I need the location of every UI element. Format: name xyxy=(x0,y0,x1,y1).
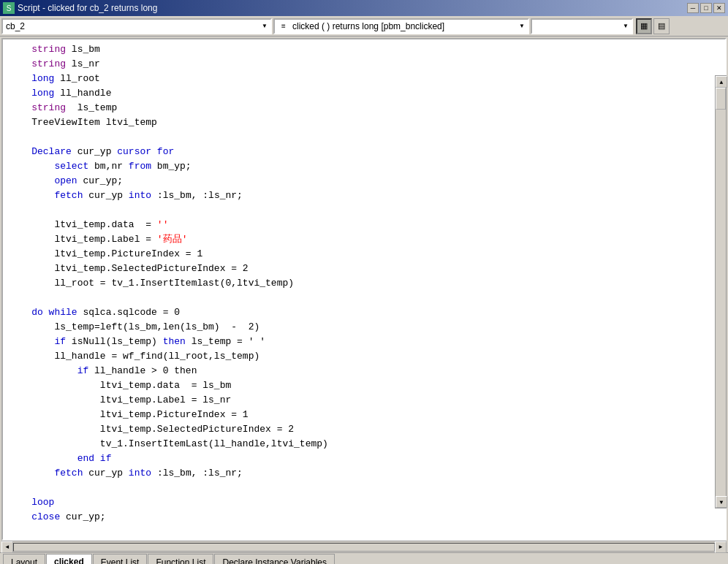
scroll-left-button[interactable]: ◄ xyxy=(1,541,13,553)
code-line: ltvi_temp.SelectedPictureIndex = 2 xyxy=(9,262,719,276)
tab-event-list[interactable]: Event List xyxy=(93,554,148,564)
app-icon: S xyxy=(3,2,15,14)
event-combo[interactable]: ≡ clicked ( ) returns long [pbm_bnclicke… xyxy=(273,18,529,34)
code-line: ll_root = tv_1.InsertItemlast(0,ltvi_tem… xyxy=(9,276,719,291)
event-icon: ≡ xyxy=(278,20,289,32)
code-line: ltvi_temp.PictureIndex = 1 xyxy=(9,247,719,262)
code-line: string ls_nr xyxy=(9,57,719,72)
code-line: tv_1.InsertItemLast(ll_handle,ltvi_temp) xyxy=(9,437,719,451)
tabs-bar: LayoutclickedEvent ListFunction ListDecl… xyxy=(0,552,728,564)
horizontal-scrollbar: ◄ ► xyxy=(1,541,727,552)
code-line: ls_temp=left(ls_bm,len(ls_bm) - 2) xyxy=(9,320,719,335)
maximize-button[interactable]: □ xyxy=(700,3,712,13)
combo3-arrow-icon: ▼ xyxy=(617,23,629,29)
scroll-right-button[interactable]: ► xyxy=(715,541,727,553)
code-line xyxy=(9,130,719,145)
scroll-thumb[interactable] xyxy=(716,88,726,110)
event-combo-value: clicked ( ) returns long [pbm_bnclicked] xyxy=(292,21,444,31)
scroll-down-button[interactable]: ▼ xyxy=(716,496,727,508)
code-line: ll_handle = wf_find(ll_root,ls_temp) xyxy=(9,349,719,364)
tab-layout[interactable]: Layout xyxy=(3,554,45,564)
code-editor[interactable]: string ls_bm string ls_nr long ll_root l… xyxy=(1,38,727,541)
code-line: open cur_yp; xyxy=(9,174,719,188)
code-line: ltvi_temp.Label = ls_nr xyxy=(9,393,719,408)
code-line: if ll_handle > 0 then xyxy=(9,364,719,378)
code-line: ltvi_temp.data = ls_bm xyxy=(9,378,719,393)
toolbar: cb_2 ▼ ≡ clicked ( ) returns long [pbm_b… xyxy=(0,16,728,37)
code-line: fetch cur_yp into :ls_bm, :ls_nr; xyxy=(9,188,719,203)
tab-declare-instance-variables[interactable]: Declare Instance Variables xyxy=(214,554,335,564)
code-line xyxy=(9,481,719,495)
code-line: TreeViewItem ltvi_temp xyxy=(9,115,719,130)
minimize-button[interactable]: ─ xyxy=(687,3,699,13)
code-line: ltvi_temp.Label = '药品' xyxy=(9,232,719,247)
code-line: string ls_temp xyxy=(9,101,719,115)
scroll-track-h[interactable] xyxy=(13,543,715,552)
extra-combo[interactable]: ▼ xyxy=(531,18,633,34)
code-line: do while sqlca.sqlcode = 0 xyxy=(9,305,719,320)
toolbar-buttons: ▦ ▤ xyxy=(636,18,670,34)
code-line xyxy=(9,203,719,218)
scroll-up-button[interactable]: ▲ xyxy=(716,76,727,88)
code-line: fetch cur_yp into :ls_bm, :ls_nr; xyxy=(9,466,719,481)
vertical-scrollbar[interactable]: ▲ ▼ xyxy=(715,75,727,508)
object-combo-value: cb_2 xyxy=(6,21,25,31)
code-line: if isNull(ls_temp) then ls_temp = ' ' xyxy=(9,335,719,349)
close-button[interactable]: ✕ xyxy=(713,3,725,13)
code-line xyxy=(9,291,719,305)
code-line: ltvi_temp.data = '' xyxy=(9,218,719,232)
code-line: long ll_handle xyxy=(9,86,719,101)
view-btn-2[interactable]: ▤ xyxy=(653,18,670,34)
code-line: close cur_yp; xyxy=(9,510,719,525)
combo1-arrow-icon: ▼ xyxy=(256,23,268,29)
code-line: ltvi_temp.SelectedPictureIndex = 2 xyxy=(9,422,719,437)
code-line: loop xyxy=(9,495,719,510)
code-line: Declare cur_yp cursor for xyxy=(9,145,719,159)
code-line: long ll_root xyxy=(9,72,719,86)
code-line: select bm,nr from bm_yp; xyxy=(9,159,719,174)
main-container: string ls_bm string ls_nr long ll_root l… xyxy=(0,38,728,541)
object-combo[interactable]: cb_2 ▼ xyxy=(1,18,272,34)
tab-clicked[interactable]: clicked xyxy=(46,554,92,564)
view-btn-1[interactable]: ▦ xyxy=(636,18,652,34)
code-line: string ls_bm xyxy=(9,42,719,57)
window-controls: ─ □ ✕ xyxy=(687,3,725,13)
tab-function-list[interactable]: Function List xyxy=(148,554,213,564)
code-line: end if xyxy=(9,451,719,466)
scroll-track[interactable] xyxy=(716,88,726,496)
title-bar: S Script - clicked for cb_2 returns long… xyxy=(0,0,728,16)
combo2-arrow-icon: ▼ xyxy=(513,23,525,29)
code-line: ltvi_temp.PictureIndex = 1 xyxy=(9,408,719,422)
window-title: Script - clicked for cb_2 returns long xyxy=(18,3,157,13)
